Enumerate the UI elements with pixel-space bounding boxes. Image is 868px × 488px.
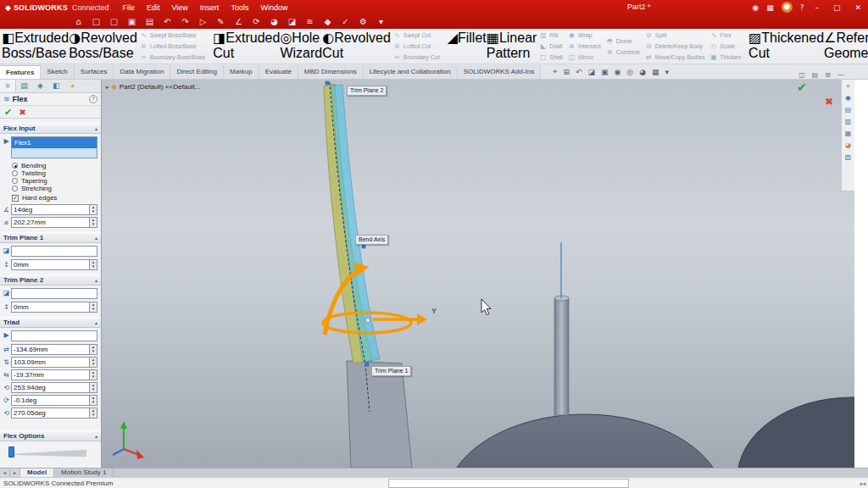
dome-button[interactable]: ◓Dome — [606, 36, 640, 47]
shell-button[interactable]: ▢Shell — [539, 52, 563, 63]
commandmanager-tab[interactable]: Sketch — [41, 65, 74, 79]
confirmation-cancel-button[interactable]: ✖ — [825, 96, 833, 108]
spinner[interactable]: ▴▾ — [89, 383, 97, 392]
triad-x-translation-field[interactable]: ⇄ -134.69mm ▴▾ — [2, 343, 97, 355]
3dexperience-icon[interactable]: ◉ — [845, 94, 851, 102]
options-dropdown-icon[interactable]: ▤ — [812, 71, 819, 79]
section-view-icon[interactable]: ◪ — [285, 17, 299, 26]
file-explorer-icon[interactable]: ▥ — [845, 118, 852, 125]
commandmanager-tab[interactable]: Data Migration — [114, 65, 170, 79]
design-library-icon[interactable]: ▤ — [845, 106, 852, 114]
home-icon[interactable]: ⌂ — [71, 17, 86, 26]
commandmanager-tab[interactable]: Surfaces — [75, 65, 114, 79]
draft-button[interactable]: ◣Draft — [539, 41, 563, 52]
mass-properties-icon[interactable]: ◆ — [320, 17, 335, 26]
thickened-cut-button[interactable]: ▨Thickened Cut — [748, 30, 824, 63]
swept-cut-button[interactable]: ∿Swept Cut — [393, 30, 440, 41]
flex-options-section-header[interactable]: Flex Options ▴ — [0, 430, 101, 441]
flex-type-option[interactable]: Bending — [12, 162, 101, 169]
help-icon[interactable]: ? — [800, 3, 804, 12]
bend-axis-label[interactable]: Bend Axis — [355, 235, 388, 245]
wrap-button[interactable]: ◉Wrap — [568, 30, 601, 41]
menu-item[interactable]: View — [167, 3, 193, 13]
ok-button[interactable]: ✔ — [4, 107, 12, 118]
view-orientation-icon[interactable]: ▣ — [601, 68, 609, 76]
zoom-to-fit-icon[interactable]: ⌖ — [553, 67, 557, 76]
tab-scroll-right-button[interactable]: ▸ — [10, 469, 20, 477]
menu-item[interactable]: Tools — [225, 3, 253, 13]
close-button[interactable]: ✕ — [851, 3, 865, 12]
user-avatar[interactable]: ☻ — [782, 2, 793, 13]
trim-plane-1-handle[interactable] — [365, 363, 369, 366]
rebuild-icon[interactable]: ⟳ — [249, 17, 264, 26]
redo-icon[interactable]: ↷ — [178, 17, 192, 26]
move-copy-bodies-button[interactable]: ⇄Move/Copy Bodies — [645, 52, 705, 63]
triad-section-header[interactable]: Triad ▴ — [0, 317, 101, 328]
taskpane-pin-icon[interactable]: « — [846, 82, 850, 90]
appearances-icon[interactable]: ◕ — [845, 141, 851, 149]
triad-field-box[interactable]: 253.94deg ▴▾ — [11, 382, 97, 393]
disk-body-right[interactable] — [737, 397, 854, 468]
bend-axis-handle[interactable] — [362, 245, 365, 248]
trim-plane-2-offset-field[interactable]: 0mm ▴▾ — [11, 302, 97, 313]
save-icon[interactable]: ▣ — [125, 17, 139, 26]
undo-icon[interactable]: ↶ — [160, 17, 175, 26]
spinner[interactable]: ▴▾ — [89, 218, 97, 227]
swept-boss-base-button[interactable]: ∿Swept Boss/Base — [140, 30, 205, 41]
slab-body[interactable] — [347, 361, 412, 468]
minimize-button[interactable]: – — [811, 3, 822, 12]
triad-y-rotation-field[interactable]: ⟳ -0.1deg ▴▾ — [2, 394, 97, 406]
cancel-button[interactable]: ✖ — [19, 108, 25, 117]
mirror-button[interactable]: ◫Mirror — [568, 52, 601, 63]
thicken-button[interactable]: ▣Thicken — [710, 52, 742, 63]
reference-geometry-button[interactable]: ∠Reference Geometry — [824, 30, 868, 63]
toolbar-more-icon[interactable]: ▾ — [374, 17, 388, 26]
y-axis-arrowhead[interactable] — [417, 313, 427, 325]
confirmation-accept-button[interactable]: ✔ — [797, 80, 807, 94]
extruded-cut-button[interactable]: ◨Extruded Cut — [213, 30, 280, 63]
radio-icon[interactable] — [12, 186, 18, 191]
zoom-to-area-icon[interactable]: ⊞ — [563, 68, 570, 76]
triad-field-box[interactable]: 270.05deg ▴▾ — [11, 408, 97, 419]
flex-button[interactable]: ∿Flex — [710, 30, 742, 41]
radio-icon[interactable] — [12, 170, 18, 176]
document-tab[interactable]: Motion Study 1 — [54, 469, 114, 477]
trim-plane-1-label[interactable]: Trim Plane 1 — [371, 366, 411, 376]
triad-origin-ball[interactable] — [365, 318, 370, 323]
view-settings-icon[interactable]: ▾ — [665, 68, 670, 76]
commandmanager-tab[interactable]: Direct Editing — [170, 65, 224, 79]
section-view-icon[interactable]: ◪ — [587, 68, 595, 76]
radio-icon[interactable] — [12, 178, 18, 184]
revolved-boss-base-button[interactable]: ◑Revolved Boss/Base — [69, 30, 137, 63]
edit-appearance-icon[interactable]: ◕ — [639, 68, 646, 76]
flex-input-section-header[interactable]: Flex Input ▴ — [0, 123, 101, 134]
open-document-icon[interactable]: ▢ — [107, 17, 121, 26]
hard-edges-option[interactable]: ✓ Hard edges — [0, 193, 101, 202]
checkbox-icon[interactable]: ✓ — [12, 195, 19, 202]
trim-plane-1-section-header[interactable]: Trim Plane 1 ▴ — [0, 232, 101, 243]
trim-plane-1-offset-field[interactable]: 0mm ▴▾ — [11, 259, 97, 270]
display-style-icon[interactable]: ◉ — [615, 68, 621, 76]
restore-button[interactable]: ▢ — [830, 3, 844, 12]
extruded-boss-base-button[interactable]: ◧Extruded Boss/Base — [2, 30, 69, 63]
triad-z-rotation-field[interactable]: ⟲ 270.05deg ▴▾ — [2, 407, 97, 419]
bend-angle-field[interactable]: 14deg ▴▾ — [11, 204, 97, 215]
spinner[interactable]: ▴▾ — [89, 408, 97, 418]
lofted-boss-base-button[interactable]: ≋Lofted Boss/Base — [140, 41, 205, 52]
accuracy-slider-handle[interactable] — [8, 446, 14, 458]
selection-list-empty-row[interactable] — [12, 148, 97, 158]
revolved-cut-button[interactable]: ◐Revolved Cut — [322, 30, 391, 63]
bodies-to-flex-listbox[interactable]: Flex1 — [11, 136, 97, 158]
disk-body-main[interactable] — [445, 414, 725, 468]
scale-button[interactable]: ◇Scale — [710, 41, 742, 52]
flex-type-option[interactable]: Tapering — [12, 177, 101, 185]
triad-y-translation-field[interactable]: ⇅ 103.09mm ▴▾ — [2, 356, 97, 368]
intersect-button[interactable]: ⊗Intersect — [568, 41, 601, 52]
hole-wizard-button[interactable]: ◎Hole Wizard — [280, 30, 322, 63]
linear-pattern-button[interactable]: ▦Linear Pattern — [487, 30, 537, 63]
commandmanager-tab[interactable]: Features — [0, 65, 41, 79]
trim-plane-2-label[interactable]: Trim Plane 2 — [347, 86, 387, 96]
status-tag-field[interactable] — [388, 479, 629, 488]
rib-button[interactable]: ▥Rib — [539, 30, 563, 41]
spinner[interactable]: ▴▾ — [89, 302, 97, 312]
